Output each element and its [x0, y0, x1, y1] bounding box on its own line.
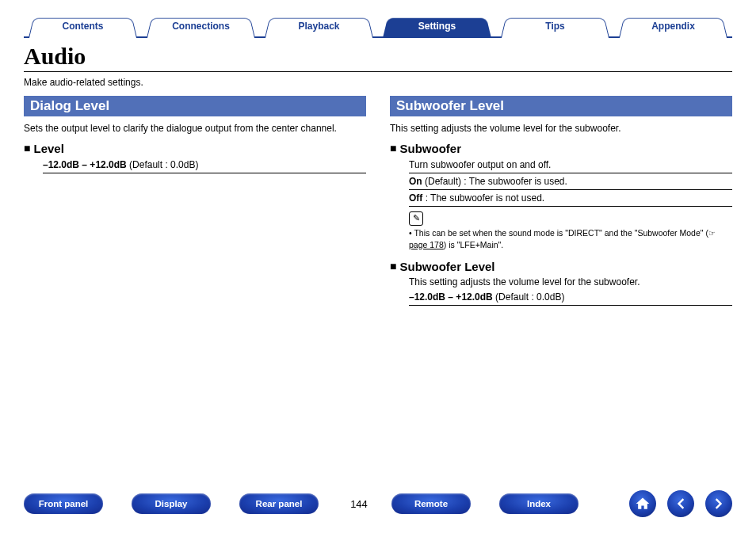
tab-contents[interactable]: Contents: [24, 16, 142, 36]
square-bullet-icon: ■: [390, 260, 396, 272]
tab-playback[interactable]: Playback: [260, 16, 378, 36]
dialog-level-desc: Sets the output level to clarify the dia…: [24, 123, 366, 134]
tab-tips[interactable]: Tips: [496, 16, 614, 36]
note-icon: ✎: [409, 211, 423, 226]
btn-rear-panel[interactable]: Rear panel: [239, 493, 319, 514]
link-page-178[interactable]: page 178: [409, 240, 444, 249]
note-text: • This can be set when the sound mode is…: [409, 227, 732, 250]
reference-icon: ☞: [708, 229, 716, 238]
bottom-bar: Front panel Display Rear panel 144 Remot…: [24, 490, 732, 517]
left-column: Dialog Level Sets the output level to cl…: [24, 96, 366, 306]
square-bullet-icon: ■: [24, 142, 30, 154]
subwoofer-row-off: Off : The subwoofer is not used.: [409, 190, 732, 207]
square-bullet-icon: ■: [390, 142, 396, 154]
btn-index[interactable]: Index: [499, 493, 578, 514]
btn-front-panel[interactable]: Front panel: [24, 493, 103, 514]
tab-settings[interactable]: Settings: [378, 16, 496, 36]
subwoofer-level-sub-desc: This setting adjusts the volume level fo…: [409, 275, 732, 289]
subwoofer-row-intro: Turn subwoofer output on and off.: [409, 157, 732, 173]
tab-appendix[interactable]: Appendix: [614, 16, 732, 36]
sub-head-level: ■Level: [24, 142, 366, 155]
sub-head-subwoofer-level: ■Subwoofer Level: [390, 260, 732, 273]
page-desc: Make audio-related settings.: [24, 77, 732, 88]
home-button[interactable]: [629, 490, 656, 517]
level-range-row: –12.0dB – +12.0dB (Default : 0.0dB): [43, 157, 366, 173]
arrow-right-icon: [711, 496, 727, 512]
back-button[interactable]: [667, 490, 694, 517]
home-icon: [635, 496, 651, 512]
btn-display[interactable]: Display: [132, 493, 211, 514]
forward-button[interactable]: [705, 490, 732, 517]
section-subwoofer-level: Subwoofer Level: [390, 96, 732, 116]
btn-remote[interactable]: Remote: [391, 493, 471, 514]
arrow-left-icon: [673, 496, 689, 512]
page-title: Audio: [24, 43, 732, 72]
section-dialog-level: Dialog Level: [24, 96, 366, 116]
top-tabs: Contents Connections Playback Settings T…: [24, 16, 732, 38]
sub-head-subwoofer: ■Subwoofer: [390, 142, 732, 155]
subwoofer-row-on: On (Default) : The subwoofer is used.: [409, 173, 732, 190]
right-column: Subwoofer Level This setting adjusts the…: [390, 96, 732, 306]
subwoofer-level-desc: This setting adjusts the volume level fo…: [390, 123, 732, 134]
tab-connections[interactable]: Connections: [142, 16, 260, 36]
subwoofer-level-range-row: –12.0dB – +12.0dB (Default : 0.0dB): [409, 289, 732, 306]
page-number: 144: [347, 498, 371, 510]
